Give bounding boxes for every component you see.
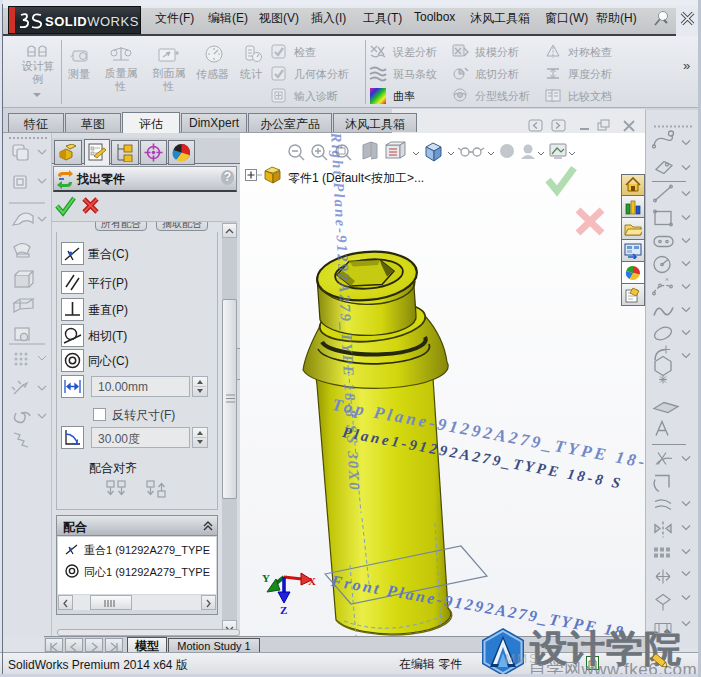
svg-text:Y: Y — [262, 572, 270, 584]
svg-text:Z: Z — [280, 604, 287, 616]
svg-text:2: 2 — [590, 661, 595, 670]
svg-text:X: X — [308, 575, 316, 587]
